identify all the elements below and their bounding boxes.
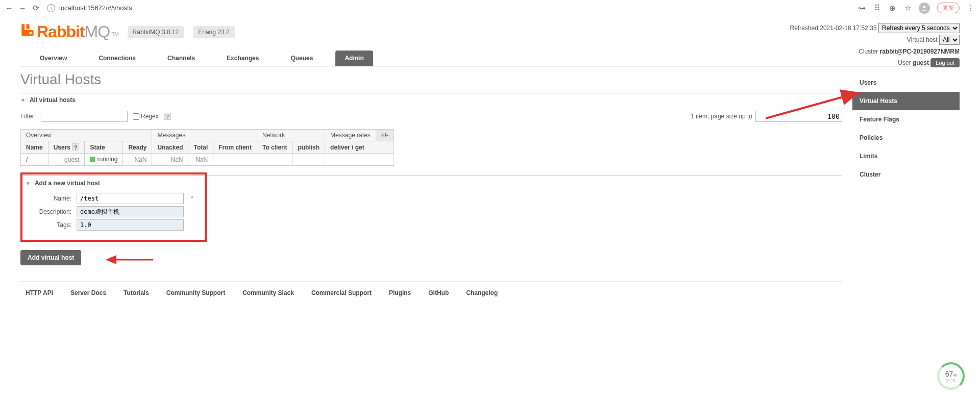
svg-point-4 — [30, 32, 32, 35]
vhost-desc-input[interactable] — [77, 206, 184, 217]
add-vhost-button[interactable]: Add virtual host — [20, 250, 81, 265]
footer-community-slack[interactable]: Community Slack — [242, 289, 294, 296]
vhost-tags-input[interactable] — [77, 219, 184, 231]
browser-update-button[interactable]: 更新 — [937, 3, 960, 13]
columns-toggle-button[interactable]: +/- — [376, 130, 394, 141]
vhost-name-input[interactable] — [77, 193, 184, 204]
reload-icon[interactable]: ⟳ — [32, 4, 40, 12]
filter-label: Filter: — [20, 113, 36, 120]
cluster-name: rabbit@PC-20190927NMRM — [880, 48, 960, 55]
current-user: guest — [913, 59, 929, 66]
col-total[interactable]: Total — [188, 141, 213, 154]
section-all-vhosts[interactable]: ▼ All virtual hosts — [20, 93, 842, 107]
cell-from-client — [213, 154, 257, 166]
col-group-rates: Message rates — [325, 130, 376, 141]
cell-to-client — [257, 154, 292, 166]
svg-rect-2 — [27, 24, 30, 29]
col-unacked[interactable]: Unacked — [152, 141, 188, 154]
footer-community-support[interactable]: Community Support — [166, 289, 225, 296]
sidebar-item-vhosts[interactable]: Virtual Hosts — [852, 92, 960, 110]
footer-plugins[interactable]: Plugins — [389, 289, 411, 296]
col-ready[interactable]: Ready — [123, 141, 152, 154]
footer-commercial-support[interactable]: Commercial Support — [311, 289, 372, 296]
address-bar[interactable]: i localhost:15672/#/vhosts — [47, 4, 132, 12]
tab-overview[interactable]: Overview — [31, 51, 76, 66]
page-title: Virtual Hosts — [20, 71, 842, 88]
col-users: Users ? — [48, 141, 85, 154]
tab-admin[interactable]: Admin — [335, 51, 373, 66]
col-to-client[interactable]: To client — [257, 141, 292, 154]
filter-input[interactable] — [41, 111, 128, 122]
state-running-icon — [90, 157, 95, 162]
rabbitmq-icon — [20, 23, 35, 37]
cell-deliver — [325, 154, 394, 166]
tab-channels[interactable]: Channels — [158, 51, 204, 66]
desc-label: Description: — [26, 208, 71, 215]
regex-help-icon[interactable]: ? — [164, 113, 171, 120]
footer-tutorials[interactable]: Tutorials — [124, 289, 149, 296]
svg-point-0 — [923, 6, 926, 8]
footer-http-api[interactable]: HTTP API — [26, 289, 53, 296]
cell-total: NaN — [188, 154, 213, 166]
back-icon[interactable]: ← — [5, 4, 13, 12]
col-group-overview: Overview — [21, 130, 152, 141]
collapse-icon: ▼ — [20, 97, 26, 103]
item-count-text: 1 item, page size up to — [691, 113, 752, 120]
vhosts-table: Overview Messages Network Message rates … — [20, 129, 394, 166]
refresh-interval-select[interactable]: Refresh every 5 seconds — [878, 23, 960, 33]
refreshed-time: 2021-02-18 17:52:35 — [820, 24, 876, 32]
sidebar-item-feature-flags[interactable]: Feature Flags — [852, 110, 960, 129]
cell-name[interactable]: / — [21, 154, 48, 166]
sidebar-item-policies[interactable]: Policies — [852, 129, 960, 147]
footer-server-docs[interactable]: Server Docs — [70, 289, 106, 296]
cell-publish — [292, 154, 325, 166]
page-header: RabbitMQ TM RabbitMQ 3.8.12 Erlang 23.2 … — [20, 22, 960, 41]
col-deliver[interactable]: deliver / get — [325, 141, 394, 154]
section-add-vhost[interactable]: ▼ Add a new virtual host — [26, 177, 193, 190]
rabbitmq-logo[interactable]: RabbitMQ TM — [20, 22, 118, 41]
add-vhost-form-highlight: ▼ Add a new virtual host Name: * Descrip… — [20, 172, 207, 242]
filter-row: Filter: Regex ? 1 item, page size up to — [20, 111, 842, 122]
col-group-network: Network — [257, 130, 325, 141]
translate-icon[interactable]: ⠿ — [873, 4, 881, 12]
zoom-icon[interactable]: ⊕ — [888, 4, 896, 12]
sidebar-item-limits[interactable]: Limits — [852, 147, 960, 165]
vhost-select[interactable]: All — [939, 35, 960, 45]
col-from-client[interactable]: From client — [213, 141, 257, 154]
key-icon[interactable]: ⊶ — [857, 4, 866, 12]
tab-connections[interactable]: Connections — [89, 51, 145, 66]
col-name[interactable]: Name — [21, 141, 48, 154]
tab-queues[interactable]: Queues — [281, 51, 322, 66]
browser-menu-icon[interactable]: ⋮ — [967, 4, 975, 12]
browser-toolbar: ← → ⟳ i localhost:15672/#/vhosts ⊶ ⠿ ⊕ ☆… — [0, 0, 980, 16]
required-star-icon: * — [191, 195, 193, 202]
admin-side-nav: Users Virtual Hosts Feature Flags Polici… — [852, 73, 960, 304]
regex-checkbox[interactable] — [133, 113, 139, 120]
tags-label: Tags: — [26, 221, 71, 229]
url-text: localhost:15672/#/vhosts — [59, 4, 132, 12]
forward-icon[interactable]: → — [18, 4, 27, 12]
page-size-input[interactable] — [755, 111, 842, 122]
tab-exchanges[interactable]: Exchanges — [217, 51, 268, 66]
rabbitmq-version-badge: RabbitMQ 3.8.12 — [128, 26, 184, 38]
footer-changelog[interactable]: Changelog — [466, 289, 498, 296]
col-state[interactable]: State — [85, 141, 123, 154]
users-help-icon[interactable]: ? — [72, 143, 79, 151]
footer-links: HTTP API Server Docs Tutorials Community… — [20, 282, 842, 304]
footer-github[interactable]: GitHub — [428, 289, 449, 296]
sidebar-item-cluster[interactable]: Cluster — [852, 165, 960, 184]
status-panel: Refreshed 2021-02-18 17:52:35 Refresh ev… — [790, 22, 960, 69]
profile-avatar-icon[interactable] — [919, 3, 930, 14]
logout-button[interactable]: Log out — [930, 58, 960, 67]
cell-state: running — [85, 154, 123, 166]
star-icon[interactable]: ☆ — [903, 4, 912, 12]
cell-users: guest — [48, 154, 85, 166]
col-publish[interactable]: publish — [292, 141, 325, 154]
name-label: Name: — [26, 195, 71, 202]
sidebar-item-users[interactable]: Users — [852, 73, 960, 92]
collapse-icon: ▼ — [26, 181, 31, 186]
site-info-icon[interactable]: i — [47, 4, 55, 12]
erlang-version-badge: Erlang 23.2 — [193, 26, 234, 38]
col-group-messages: Messages — [152, 130, 257, 141]
cell-ready: NaN — [123, 154, 152, 166]
